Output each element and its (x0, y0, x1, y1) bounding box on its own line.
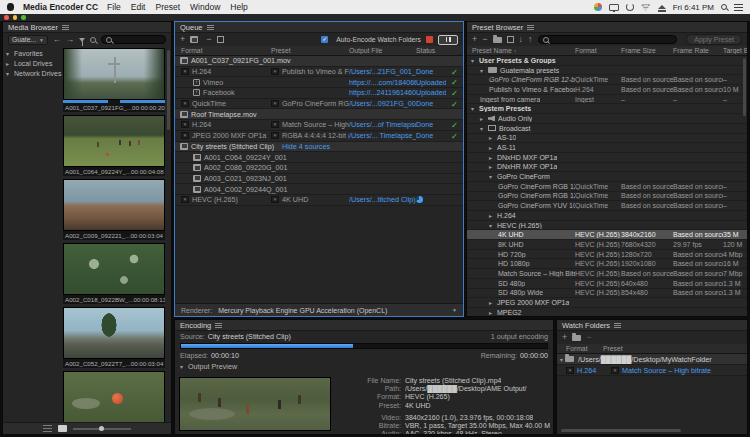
duplicate-button[interactable] (217, 36, 224, 43)
sync-icon[interactable] (626, 3, 634, 11)
add-output-button[interactable] (190, 36, 198, 43)
chevron-down-icon[interactable]: ▾ (489, 222, 497, 229)
preset-row-8k-uhd[interactable]: 8K UHDHEVC (H.265)7680x432029.97 fps120 … (467, 240, 747, 250)
column-header-format[interactable]: Format (557, 345, 603, 352)
export-preset-button[interactable]: ↑ (528, 35, 533, 44)
chevron-down-icon[interactable]: ▾ (6, 50, 14, 57)
preset-row-gopro-cineform-rgb-12-bit-with-alpha-alias[interactable]: GoPro CineForm RGB 12-bit with alpha (Al… (467, 75, 747, 85)
wifi-icon[interactable] (641, 3, 651, 11)
preset-row-jpeg-2000-mxf-op1a[interactable]: ▸JPEG 2000 MXF OP1a (467, 298, 747, 308)
menu-clock[interactable]: Fri 6:41 PM (673, 3, 714, 12)
queue-job-row[interactable]: City streets (Stitched Clip)Hide 4 sourc… (175, 142, 463, 153)
chevron-down-icon[interactable]: ▾ (489, 173, 497, 180)
chevron-right-icon[interactable]: ▸ (489, 299, 497, 306)
preset-row-hd-1080p[interactable]: HD 1080pHEVC (H.265)1920x1080Based on so… (467, 259, 747, 269)
watch-folder-format[interactable]: H.264 (577, 366, 611, 375)
stop-queue-button[interactable] (426, 36, 433, 43)
menu-help[interactable]: Help (230, 2, 247, 12)
thumbnail-view-icon[interactable] (58, 425, 67, 432)
panel-menu-icon[interactable] (527, 25, 534, 30)
import-preset-button[interactable]: ↓ (519, 35, 524, 44)
hide-sources-link[interactable]: Hide 4 sources (282, 142, 330, 151)
media-search-field[interactable] (101, 35, 166, 44)
preset-row-as-11[interactable]: ▸AS-11 (467, 143, 747, 153)
preset-row-match-source-high-bitrate[interactable]: Match Source – High BitrateHEVC (H.265)B… (467, 269, 747, 279)
menu-edit[interactable]: Edit (131, 2, 146, 12)
panel-menu-icon[interactable] (215, 323, 222, 328)
preset-row-broadcast[interactable]: ▾Broadcast (467, 124, 747, 134)
watch-folder-row[interactable]: ▾ /Users/██████/Desktop/MyWatchFolder (557, 354, 747, 365)
output-file-cell[interactable]: https://...24119614602283 (349, 88, 416, 97)
format-dropdown-icon[interactable]: ▼ (181, 132, 189, 139)
format-dropdown-icon[interactable]: ▼ (271, 196, 279, 203)
output-file-cell[interactable]: /Users/... Timelapse_1.mxf (349, 131, 416, 140)
media-search-input[interactable] (115, 36, 161, 43)
format-dropdown-icon[interactable]: ▼ (271, 68, 279, 75)
menu-window[interactable]: Window (190, 2, 220, 12)
delete-preset-button[interactable]: − (482, 35, 487, 44)
media-clip[interactable]: A001_C064_09224Y_...00:00:04:08 (63, 115, 165, 176)
queue-source-row[interactable]: A003_C021_0923NJ_001 (175, 174, 463, 185)
tree-item-local-drives[interactable]: ▸Local Drives (6, 58, 62, 68)
forward-button[interactable]: → (66, 35, 74, 44)
notification-center-icon[interactable] (734, 4, 743, 11)
queue-source-row[interactable]: A002_C086_09220G_001 (175, 163, 463, 174)
queue-job-row[interactable]: A001_C037_0921FG_001.mov (175, 56, 463, 67)
spotlight-icon[interactable] (721, 4, 727, 10)
remove-watch-folder-button[interactable]: − (586, 333, 591, 342)
format-dropdown-icon[interactable]: ▼ (271, 100, 279, 107)
preset-row-h-264[interactable]: ▸H.264 (467, 211, 747, 221)
close-window-button[interactable] (4, 15, 9, 20)
media-clip[interactable]: A001_C037_0921FG_...00:00:00:20 (63, 48, 165, 112)
queue-output-row[interactable]: ▼JPEG 2000 MXF OP1a▼RGBA 4:4:4:4 12-bit … (175, 131, 463, 142)
column-header-format[interactable]: Format (175, 47, 271, 54)
column-header-target-bitrate[interactable]: Target Bitrate (723, 47, 747, 54)
chevron-down-icon[interactable]: ▾ (471, 57, 479, 64)
watch-folders-scrollbar[interactable] (561, 429, 681, 432)
pause-queue-button[interactable] (438, 35, 458, 45)
media-browser-tab[interactable]: Media Browser (3, 22, 171, 33)
apple-icon[interactable] (7, 3, 14, 11)
queue-output-row[interactable]: ▼H.264▼Publish to Vimeo & Face.../Users/… (175, 67, 463, 78)
preset-row-system-presets[interactable]: ▾System Presets (467, 104, 747, 114)
menu-file[interactable]: File (107, 2, 121, 12)
preset-search-field[interactable] (538, 35, 678, 44)
thumbnail-size-slider[interactable] (73, 428, 131, 430)
chevron-down-icon[interactable]: ▾ (557, 356, 565, 363)
chevron-down-icon[interactable]: ▾ (480, 67, 488, 74)
column-header-frame-rate[interactable]: Frame Rate (673, 47, 723, 54)
preset-settings-button[interactable] (507, 36, 514, 43)
app-menu[interactable]: Media Encoder CC (23, 2, 98, 12)
column-header-output-file[interactable]: Output File (349, 47, 416, 54)
output-file-cell[interactable]: https://....com/184066142 (349, 78, 416, 87)
add-source-button[interactable]: + (180, 35, 185, 44)
preset-row-hd-720p[interactable]: HD 720pHEVC (H.265)1280x720Based on sour… (467, 250, 747, 260)
auto-encode-checkbox[interactable]: ✓ (321, 36, 328, 43)
preset-row-hevc-h-265[interactable]: ▾HEVC (H.265) (467, 221, 747, 231)
preset-row-dnxhd-mxf-op1a[interactable]: ▸DNxHD MXF OP1a (467, 153, 747, 163)
column-header-preset[interactable]: Preset (271, 47, 349, 54)
queue-publish-row[interactable]: ↑Vimeohttps://....com/184066142Uploaded✓ (175, 77, 463, 88)
preset-row-mpeg2[interactable]: ▸MPEG2 (467, 308, 747, 317)
format-dropdown-icon[interactable]: ▼ (181, 100, 189, 107)
preset-row-as-10[interactable]: ▸AS-10 (467, 134, 747, 144)
media-scrollbar[interactable] (167, 50, 170, 130)
list-view-icon[interactable] (43, 425, 52, 432)
panel-menu-icon[interactable] (62, 25, 69, 30)
preset-scrollbar[interactable] (743, 58, 746, 116)
format-dropdown-icon[interactable]: ▼ (181, 196, 189, 203)
format-dropdown-icon[interactable]: ▼ (181, 68, 189, 75)
renderer-value[interactable]: Mercury Playback Engine GPU Acceleration… (218, 307, 387, 314)
filter-icon[interactable] (79, 38, 85, 42)
chevron-down-icon[interactable]: ▾ (471, 105, 479, 112)
preset-row-audio-only[interactable]: ▸Audio Only (467, 114, 747, 124)
encoding-tab[interactable]: Encoding (175, 320, 553, 331)
preset-row-gopro-cineform-rgb-12-bit-with-alpha[interactable]: GoPro CineForm RGB 12-bit with alphaQuic… (467, 182, 747, 192)
chevron-right-icon[interactable]: ▸ (480, 115, 488, 122)
creative-cloud-icon[interactable] (594, 3, 602, 11)
column-header-preset[interactable]: Preset (603, 345, 747, 352)
minimize-window-button[interactable] (13, 15, 18, 20)
media-clip[interactable]: A002_C018_0922BW_...00:00:08:13 (63, 243, 165, 304)
preset-browser-tab[interactable]: Preset Browser (467, 22, 747, 33)
zoom-tool-icon[interactable] (90, 37, 96, 43)
